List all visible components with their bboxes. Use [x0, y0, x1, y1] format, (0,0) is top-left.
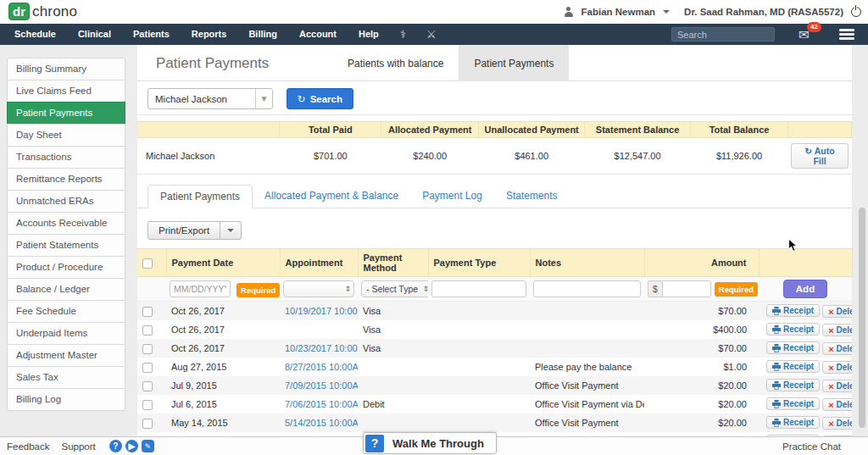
feedback-link[interactable]: Feedback — [7, 441, 50, 452]
receipt-button[interactable]: Receipt — [766, 416, 820, 429]
global-search-input[interactable] — [671, 27, 775, 42]
billing-sidebar: Billing Summary Live Claims Feed Patient… — [7, 58, 125, 411]
sidebar-item[interactable]: Billing Summary — [7, 58, 125, 80]
subtab-payment-log[interactable]: Payment Log — [410, 185, 494, 208]
payment-method-cell: Visa — [358, 339, 428, 358]
caduceus-icon[interactable]: ⚕ — [390, 24, 416, 45]
payment-type-cell — [428, 413, 530, 432]
appointment-link[interactable]: 10/23/2017 10:00AM — [285, 343, 358, 353]
amount-input[interactable] — [662, 280, 711, 297]
printer-icon — [772, 400, 781, 408]
receipt-button[interactable]: Receipt — [766, 323, 820, 336]
receipt-button[interactable]: Receipt — [766, 341, 820, 354]
sidebar-item[interactable]: Billing Log — [7, 388, 125, 411]
compose-pencil-icon[interactable]: ✎ — [142, 440, 154, 452]
row-checkbox[interactable] — [142, 325, 153, 336]
sidebar-item[interactable]: Remittance Reports — [7, 168, 125, 191]
tab-patient-payments[interactable]: Patient Payments — [459, 45, 569, 81]
drchrono-logo[interactable]: dr chrono — [8, 3, 77, 20]
total-balance-value: $11,926.00 — [691, 138, 788, 175]
delete-button[interactable]: ×Delete — [822, 305, 852, 318]
hamburger-menu-icon[interactable] — [839, 26, 854, 42]
sidebar-item[interactable]: Patient Statements — [7, 234, 125, 257]
sidebar-item[interactable]: Underpaid Items — [7, 322, 125, 345]
row-checkbox[interactable] — [142, 363, 153, 373]
row-checkbox[interactable] — [142, 419, 153, 429]
delete-button[interactable]: ×Delete — [822, 361, 852, 374]
subtab-allocated-payment-balance[interactable]: Allocated Payment & Balance — [253, 185, 410, 208]
notes-cell: Please pay the balance — [530, 358, 644, 376]
nav-account[interactable]: Account — [288, 24, 348, 45]
payment-date-cell: Aug 27, 2015 — [166, 358, 280, 376]
video-play-icon[interactable]: ▶ — [125, 440, 138, 452]
row-checkbox[interactable] — [142, 381, 153, 391]
delete-button[interactable]: ×Delete — [822, 380, 852, 392]
appointment-link[interactable]: 10/19/2017 10:00AM — [285, 306, 358, 316]
appointment-select[interactable]: ⇕ — [283, 280, 354, 297]
row-checkbox[interactable] — [142, 344, 153, 354]
sidebar-item[interactable]: Accounts Receivable — [7, 212, 125, 235]
subtab-statements[interactable]: Statements — [494, 185, 570, 208]
receipt-button[interactable]: Receipt — [766, 304, 820, 317]
nav-patients[interactable]: Patients — [122, 24, 181, 45]
notes-input[interactable] — [533, 280, 641, 297]
payment-date-input[interactable] — [170, 280, 231, 297]
practice-chat-link[interactable]: Practice Chat — [782, 441, 841, 452]
row-checkbox[interactable] — [142, 400, 153, 410]
nav-clinical[interactable]: Clinical — [67, 24, 122, 45]
row-checkbox[interactable] — [142, 307, 153, 317]
payment-type-input[interactable] — [431, 280, 526, 297]
add-button[interactable]: Add — [783, 280, 827, 298]
sidebar-item[interactable]: Sales Tax — [7, 366, 125, 389]
sidebar-item[interactable]: Product / Procedure — [7, 256, 125, 279]
delete-button[interactable]: ×Delete — [822, 398, 852, 411]
payment-row: Oct 26, 2017 10/23/2017 10:00AM Visa $70… — [137, 339, 852, 358]
delete-button[interactable]: ×Delete — [822, 324, 852, 336]
vertical-scrollbar[interactable] — [859, 51, 866, 431]
payment-date-cell: Oct 26, 2017 — [166, 320, 280, 339]
nav-billing[interactable]: Billing — [237, 24, 288, 45]
delete-button[interactable]: ×Delete — [822, 417, 852, 430]
delete-button[interactable]: ×Delete — [822, 342, 852, 355]
sidebar-item[interactable]: Day Sheet — [7, 124, 125, 147]
sidebar-item[interactable]: Adjustment Master — [7, 344, 125, 367]
help-question-icon[interactable]: ? — [109, 440, 122, 452]
print-export-button[interactable]: Print/Export — [147, 221, 220, 240]
print-export-caret-button[interactable] — [220, 221, 242, 240]
logout-power-icon[interactable] — [851, 7, 861, 17]
notes-cell — [530, 302, 644, 321]
sidebar-item[interactable]: Transactions — [7, 146, 125, 169]
appointment-link[interactable]: 8/27/2015 10:00AM — [285, 362, 358, 372]
nav-reports[interactable]: Reports — [181, 24, 238, 45]
appointment-link[interactable]: 5/14/2015 10:00AM — [285, 418, 358, 428]
sidebar-item[interactable]: Live Claims Feed — [7, 80, 125, 103]
crossed-tools-icon[interactable]: ⚔ — [416, 24, 447, 45]
currency-prefix: $ — [648, 280, 662, 297]
tab-patients-with-balance[interactable]: Patients with balance — [332, 45, 459, 81]
sidebar-item[interactable]: Patient Payments — [7, 102, 125, 125]
user-icon — [564, 7, 574, 17]
nav-schedule[interactable]: Schedule — [3, 24, 67, 45]
payment-method-cell: Debit — [358, 395, 428, 413]
patient-select[interactable]: Michael Jackson ▼ — [147, 88, 273, 109]
receipt-button[interactable]: Receipt — [766, 397, 820, 410]
printer-icon — [772, 381, 781, 390]
scrollbar-thumb[interactable] — [859, 208, 865, 428]
search-button[interactable]: ↻Search — [287, 88, 353, 109]
receipt-button[interactable]: Receipt — [766, 379, 820, 391]
payment-method-select[interactable]: - Select Type⇕ — [361, 280, 428, 297]
receipt-button[interactable]: Receipt — [766, 360, 820, 373]
support-link[interactable]: Support — [62, 441, 96, 452]
auto-fill-button[interactable]: ↻ Auto Fill — [791, 143, 848, 169]
sidebar-item[interactable]: Unmatched ERAs — [7, 190, 125, 213]
walk-me-through-button[interactable]: ? Walk Me Through — [363, 432, 497, 454]
nav-help[interactable]: Help — [348, 24, 390, 45]
subtab-patient-payments[interactable]: Patient Payments — [147, 185, 253, 208]
select-all-checkbox[interactable] — [142, 258, 153, 269]
sidebar-item[interactable]: Fee Schedule — [7, 300, 125, 323]
appointment-link[interactable]: 7/06/2015 10:00AM — [285, 399, 358, 409]
chevron-down-icon[interactable] — [663, 10, 670, 14]
sidebar-item[interactable]: Balance / Ledger — [7, 278, 125, 301]
appointment-link[interactable]: 7/09/2015 10:00AM — [285, 380, 358, 391]
user-menu[interactable]: Fabian Newman — [581, 7, 656, 17]
